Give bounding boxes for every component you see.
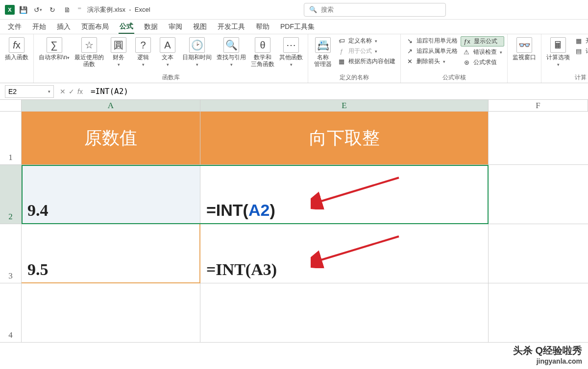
print-preview-icon[interactable]: 🗎 <box>61 3 74 16</box>
trace-dependents-button[interactable]: ↗追踪从属单元格 <box>404 46 460 56</box>
fx-icon[interactable]: fx <box>77 88 83 95</box>
error-icon: ⚠ <box>463 48 470 56</box>
recent-button[interactable]: ☆最近使用的 函数 <box>73 36 106 69</box>
group-label-names: 定义的名称 <box>311 72 397 82</box>
formula-icon: ƒ <box>338 47 345 55</box>
cell-F4[interactable] <box>489 283 588 343</box>
tab-dev[interactable]: 开发工具 <box>217 21 246 33</box>
cell-F1[interactable] <box>489 112 588 165</box>
autosum-button[interactable]: ∑自动求和\n▾ <box>37 36 72 62</box>
tab-help[interactable]: 帮助 <box>255 21 270 33</box>
cell-A4[interactable] <box>22 283 200 343</box>
group-label-calc: 计算 <box>544 72 588 82</box>
search-input[interactable]: 🔍 搜索 <box>304 3 446 17</box>
define-name-button[interactable]: 🏷定义名称 ▾ <box>336 36 397 46</box>
trace-precedents-button[interactable]: ↘追踪引用单元格 <box>404 36 460 46</box>
formula-input[interactable]: =INT(A2) <box>86 87 588 96</box>
lookup-icon: 🔍 <box>223 37 239 53</box>
more-fn-button[interactable]: ⋯其他函数▾ <box>277 36 305 69</box>
title-bar: X 💾 ↺▾ ↻ 🗎 ⁼ 演示案例.xlsx - Excel 🔍 搜索 <box>0 0 588 20</box>
use-in-formula-button[interactable]: ƒ用于公式 ▾ <box>336 46 397 56</box>
tag-icon: 🏷 <box>338 37 345 45</box>
calc-icon: 🖩 <box>550 37 566 53</box>
row-header-2[interactable]: 2 <box>0 165 22 224</box>
tab-review[interactable]: 审阅 <box>168 21 183 33</box>
remove-arrows-button[interactable]: ✕删除箭头 ▾ <box>404 57 460 66</box>
create-icon: ▦ <box>338 58 345 66</box>
col-header-E[interactable]: E <box>200 100 489 111</box>
select-all-corner[interactable] <box>0 100 22 111</box>
eval-icon: ⊛ <box>463 59 470 67</box>
chevron-down-icon[interactable]: ▾ <box>48 89 50 94</box>
tab-pdf[interactable]: PDF工具集 <box>279 21 316 33</box>
save-icon[interactable]: 💾 <box>17 3 29 16</box>
calc-options-button[interactable]: 🖩计算选项▾ <box>544 36 572 69</box>
create-name-button[interactable]: ▦根据所选内容创建 <box>336 57 397 66</box>
row-header-3[interactable]: 3 <box>0 224 22 283</box>
tab-home[interactable]: 开始 <box>31 21 47 33</box>
trace-dep-icon: ↗ <box>406 47 414 55</box>
datetime-button[interactable]: 🕑日期和时间▾ <box>180 36 214 69</box>
error-check-button[interactable]: ⚠错误检查 ▾ <box>461 47 504 57</box>
excel-icon: X <box>5 5 15 15</box>
ribbon-tabs: 文件 开始 插入 页面布局 公式 数据 审阅 视图 开发工具 帮助 PDF工具集 <box>0 20 588 34</box>
qat-overflow-icon[interactable]: ⁼ <box>77 5 81 14</box>
row-header-4[interactable]: 4 <box>0 283 22 343</box>
cell-E3[interactable]: =INT(A3) <box>200 224 489 283</box>
name-manager-icon: 📇 <box>315 37 331 53</box>
calc-sheet-button[interactable]: ▤计算工作表 <box>573 46 588 56</box>
fx-icon: fx <box>9 37 24 53</box>
ribbon: fx插入函数 ∑自动求和\n▾ ☆最近使用的 函数 圓财务▾ ?逻辑▾ A文本▾… <box>0 34 588 83</box>
row-header-1[interactable]: 1 <box>0 112 22 165</box>
accept-formula-icon[interactable]: ✓ <box>69 88 74 95</box>
col-header-F[interactable]: F <box>489 100 588 111</box>
text-icon: A <box>160 37 175 53</box>
evaluate-button[interactable]: ⊛公式求值 <box>461 58 504 67</box>
cell-E4[interactable] <box>200 283 489 343</box>
search-icon: 🔍 <box>309 6 317 13</box>
financial-button[interactable]: 圓财务▾ <box>107 36 130 69</box>
clock-icon: 🕑 <box>189 37 205 53</box>
tab-layout[interactable]: 页面布局 <box>80 21 110 33</box>
group-label-library: 函数库 <box>37 72 305 82</box>
tab-file[interactable]: 文件 <box>7 21 23 33</box>
insert-function-button[interactable]: fx插入函数 <box>3 36 30 62</box>
watch-window-button[interactable]: 👓监视窗口 <box>511 36 538 62</box>
group-label-audit: 公式审核 <box>404 72 504 82</box>
more-icon: ⋯ <box>283 37 299 53</box>
remove-arrow-icon: ✕ <box>406 58 414 66</box>
star-icon: ☆ <box>81 37 97 53</box>
lookup-button[interactable]: 🔍查找与引用▾ <box>215 36 248 69</box>
formula-bar: E2▾ ✕ ✓ fx =INT(A2) <box>0 83 588 100</box>
show-formula-icon: ƒx <box>463 38 471 46</box>
text-button[interactable]: A文本▾ <box>156 36 179 69</box>
watermark: 头杀 Q经验啦秀 jingyanla.com <box>513 344 582 365</box>
cancel-formula-icon[interactable]: ✕ <box>60 88 66 95</box>
cell-A1[interactable]: 原数值 <box>22 112 200 165</box>
math-button[interactable]: θ数学和 三角函数 <box>249 36 276 69</box>
tab-insert[interactable]: 插入 <box>56 21 72 33</box>
logical-icon: ? <box>135 37 151 53</box>
calc-sheet-icon: ▤ <box>575 47 583 55</box>
name-box[interactable]: E2▾ <box>5 85 54 98</box>
calc-now-button[interactable]: ▦开始计算 <box>573 36 588 46</box>
show-formulas-button[interactable]: ƒx显示公式 <box>461 36 504 46</box>
cell-F3[interactable] <box>489 224 588 283</box>
logical-button[interactable]: ?逻辑▾ <box>131 36 155 69</box>
tab-data[interactable]: 数据 <box>143 21 159 33</box>
financial-icon: 圓 <box>111 37 126 53</box>
cell-F2[interactable] <box>489 165 588 224</box>
cell-E2[interactable]: =INT(A2) <box>200 165 489 224</box>
cell-A3[interactable]: 9.5 <box>22 224 200 283</box>
cell-A2[interactable]: 9.4 <box>22 165 200 224</box>
cell-E1[interactable]: 向下取整 <box>200 112 489 165</box>
spreadsheet-grid: 1 2 3 4 原数值 向下取整 9.4 =INT(A2) 9.5 =INT(A… <box>0 112 588 343</box>
watch-icon: 👓 <box>516 37 532 53</box>
tab-formulas[interactable]: 公式 <box>119 20 134 34</box>
col-header-A[interactable]: A <box>22 100 200 111</box>
tab-view[interactable]: 视图 <box>192 21 208 33</box>
name-manager-button[interactable]: 📇名称 管理器 <box>311 36 335 69</box>
redo-icon[interactable]: ↻ <box>46 3 59 16</box>
undo-icon[interactable]: ↺▾ <box>31 3 44 16</box>
document-title: 演示案例.xlsx - Excel <box>87 5 150 14</box>
